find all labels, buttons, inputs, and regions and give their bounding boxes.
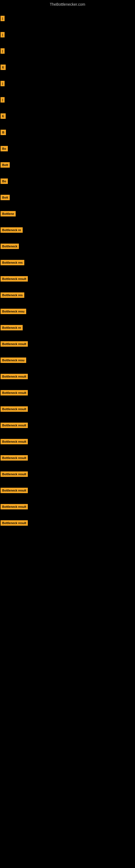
bottleneck-label: |: [1, 32, 5, 37]
list-item: Bottleneck res: [0, 287, 135, 303]
bottleneck-label: Bottleneck resu: [1, 309, 26, 314]
bottleneck-label: Bottlene: [1, 211, 16, 216]
list-item: Bottleneck result: [0, 336, 135, 352]
bottleneck-label: |: [1, 48, 5, 54]
bottleneck-label: Bottleneck res: [1, 292, 24, 298]
bottleneck-label: Bottleneck result: [1, 520, 28, 526]
bottleneck-label: Bottleneck result: [1, 455, 28, 461]
bottleneck-label: E: [1, 113, 6, 119]
bottleneck-label: |: [1, 97, 5, 102]
site-title: TheBottlenecker.com: [0, 0, 135, 8]
list-item: Bottlene: [0, 206, 135, 222]
list-item: Bottleneck re: [0, 222, 135, 238]
bottleneck-label: Bottleneck result: [1, 488, 28, 493]
bottleneck-label: Bottleneck result: [1, 276, 28, 282]
bottleneck-label: |: [1, 81, 5, 86]
list-item: Bottleneck result: [0, 384, 135, 401]
list-item: Bottleneck: [0, 238, 135, 254]
list-item: Bottleneck result: [0, 499, 135, 515]
list-item: Bottleneck res: [0, 254, 135, 271]
list-item: Bott: [0, 189, 135, 206]
list-item: Bottleneck result: [0, 271, 135, 287]
list-item: E: [0, 108, 135, 124]
bottleneck-label: Bottleneck result: [1, 439, 28, 444]
list-item: |: [0, 43, 135, 59]
list-item: |: [0, 75, 135, 92]
bottleneck-label: Bottleneck result: [1, 374, 28, 379]
list-item: Bottleneck result: [0, 368, 135, 384]
list-item: E: [0, 59, 135, 75]
bottleneck-label: Bottleneck resu: [1, 358, 26, 363]
bottleneck-label: Bottleneck re: [1, 325, 23, 330]
bottleneck-label: Bottleneck res: [1, 260, 24, 265]
list-item: Bottleneck result: [0, 417, 135, 433]
list-item: Bo: [0, 173, 135, 189]
bottleneck-label: Bottleneck: [1, 244, 19, 249]
bottleneck-label: Bott: [1, 195, 10, 200]
bottleneck-label: Bottleneck result: [1, 341, 28, 347]
list-item: Bottleneck result: [0, 466, 135, 482]
list-item: Bottleneck result: [0, 482, 135, 499]
list-item: Bo: [0, 141, 135, 157]
list-item: Bottleneck resu: [0, 352, 135, 368]
list-item: |: [0, 27, 135, 43]
list-item: Bottleneck re: [0, 319, 135, 336]
bottleneck-label: Bottleneck re: [1, 227, 23, 233]
bottleneck-label: B: [1, 130, 6, 135]
list-item: Bottleneck resu: [0, 303, 135, 319]
bottleneck-label: |: [1, 16, 5, 21]
bottleneck-label: Bo: [1, 146, 8, 151]
list-item: |: [0, 10, 135, 27]
list-item: |: [0, 92, 135, 108]
bottleneck-label: Bottleneck result: [1, 423, 28, 428]
bottleneck-label: Bo: [1, 179, 8, 184]
bottleneck-label: Bottleneck result: [1, 504, 28, 509]
list-item: Bottleneck result: [0, 450, 135, 466]
items-list: |||E||EBBoBottBoBottBottleneBottleneck r…: [0, 8, 135, 534]
list-item: Bottleneck result: [0, 401, 135, 417]
list-item: Bott: [0, 157, 135, 173]
bottleneck-label: Bottleneck result: [1, 406, 28, 412]
list-item: B: [0, 124, 135, 141]
bottleneck-label: Bottleneck result: [1, 390, 28, 396]
bottleneck-label: Bott: [1, 162, 10, 167]
list-item: Bottleneck result: [0, 515, 135, 531]
bottleneck-label: E: [1, 65, 6, 70]
bottleneck-label: Bottleneck result: [1, 471, 28, 477]
list-item: Bottleneck result: [0, 433, 135, 450]
